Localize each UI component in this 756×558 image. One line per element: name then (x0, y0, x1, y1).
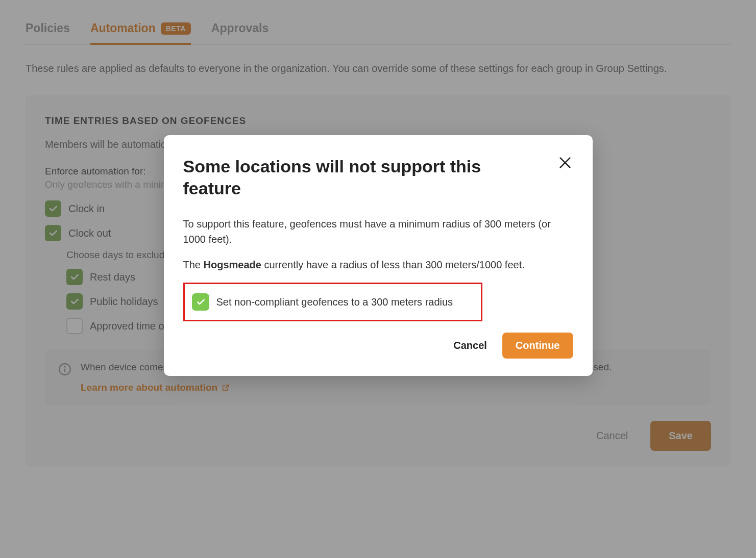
modal-actions: Cancel Continue (183, 333, 573, 359)
modal: Some locations will not support this fea… (164, 135, 593, 376)
checkbox-set-noncompliant[interactable] (192, 293, 209, 311)
modal-cancel-button[interactable]: Cancel (449, 334, 491, 358)
modal-title: Some locations will not support this fea… (183, 156, 573, 199)
close-icon[interactable] (557, 155, 573, 171)
highlight-box: Set non-compliant geofences to a 300 met… (183, 283, 482, 321)
modal-body-1: To support this feature, geofences must … (183, 216, 573, 247)
set-noncompliant-label: Set non-compliant geofences to a 300 met… (216, 296, 453, 308)
modal-body-2: The Hogsmeade currently have a radius of… (183, 257, 573, 272)
modal-continue-button[interactable]: Continue (502, 333, 573, 359)
modal-overlay: Some locations will not support this fea… (0, 0, 756, 558)
check-icon (196, 297, 206, 307)
